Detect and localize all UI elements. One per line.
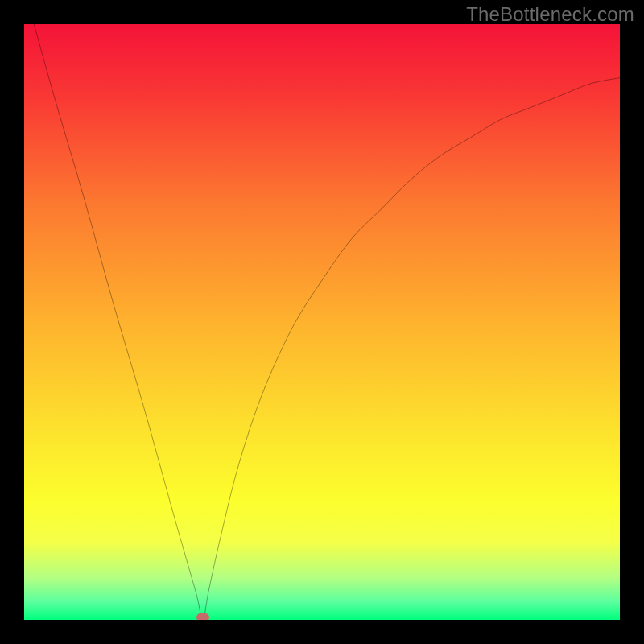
watermark-text: TheBottleneck.com	[466, 3, 634, 26]
bottleneck-curve	[24, 24, 620, 620]
plot-area	[24, 24, 620, 620]
minimum-point-marker	[196, 613, 209, 620]
chart-frame: TheBottleneck.com	[0, 0, 644, 644]
